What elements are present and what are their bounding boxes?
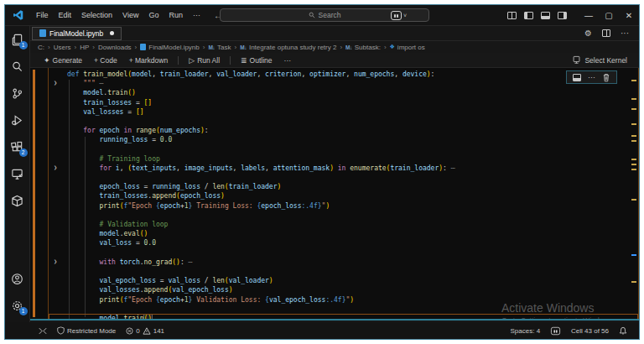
menu-view[interactable]: View	[117, 8, 143, 22]
generate-button[interactable]: ✦ Generate	[39, 55, 87, 66]
copilot-menu[interactable]: ˅	[391, 11, 407, 20]
delete-cell-icon[interactable]	[602, 73, 610, 82]
code-line[interactable]: for epoch in range(num_epochs):	[49, 126, 638, 135]
breadcrumb-item[interactable]: C:	[37, 44, 45, 51]
code-line[interactable]: print(f"Epoch {epoch+1} Training Loss: {…	[49, 201, 638, 211]
select-kernel-button[interactable]: Select Kernel	[572, 55, 627, 65]
menu-run[interactable]: Run	[164, 8, 188, 22]
tab-finalmodel-ipynb[interactable]: FinalModel.ipynb	[32, 27, 122, 40]
spaces-indicator[interactable]: Spaces: 4	[506, 327, 546, 335]
editor-more-actions-icon[interactable]: ···	[621, 29, 629, 38]
code-line[interactable]: train_losses = []	[49, 98, 638, 107]
cell-position-indicator[interactable]: Cell 43 of 56	[566, 327, 614, 335]
breadcrumb-item[interactable]: FinalModel.ipynb	[139, 44, 200, 51]
toggle-secondary-sidebar-icon[interactable]	[558, 12, 567, 19]
restricted-mode-indicator[interactable]: Restricted Mode	[52, 326, 121, 335]
code-line[interactable]: # Validation loop	[49, 220, 638, 229]
breadcrumb-item[interactable]: M↓Task	[207, 44, 231, 51]
code-line[interactable]: def train_model(model, train_loader, val…	[49, 70, 638, 79]
breadcrumb-item[interactable]: M↓Integrate optuna study retry 2	[239, 44, 337, 51]
warning-marker	[631, 140, 636, 142]
menu-file[interactable]: File	[31, 8, 54, 22]
outline-button[interactable]: ≣ Outline	[236, 55, 277, 66]
minimize-button[interactable]: —	[579, 5, 599, 26]
notebook-settings-gear-icon[interactable]: ⚙	[584, 29, 592, 38]
tab-label: FinalModel.ipynb	[49, 29, 103, 38]
toggle-panel-icon[interactable]	[541, 12, 550, 19]
remote-explorer-icon[interactable]	[5, 160, 30, 187]
code-line[interactable]: ❯ with torch.no_grad(): ⋯	[49, 258, 638, 267]
toggle-sidebar-icon[interactable]	[524, 12, 533, 19]
run-all-button[interactable]: ▷ Run All	[184, 55, 225, 66]
package-icon[interactable]	[5, 187, 30, 214]
toolbar-more-button[interactable]: ···	[279, 55, 297, 66]
accounts-icon[interactable]	[5, 265, 30, 292]
menu-edit[interactable]: Edit	[54, 8, 77, 22]
code-area[interactable]: def train_model(model, train_loader, val…	[49, 70, 638, 321]
remote-indicator[interactable]	[34, 327, 52, 335]
editor-tabs: FinalModel.ipynb ⚙ ···	[30, 26, 639, 41]
customize-layout-icon[interactable]	[507, 12, 517, 19]
watermark-subtitle: Go to Settings to activate Windows.	[501, 316, 614, 321]
breadcrumb-label: import os	[397, 44, 425, 51]
code-line[interactable]: val_losses = []	[49, 107, 638, 117]
code-line[interactable]: val_loss = 0.0	[49, 238, 638, 248]
settings-gear-icon[interactable]: 1	[5, 292, 30, 319]
breadcrumb-item[interactable]: HP	[79, 44, 90, 51]
breadcrumb-item[interactable]: ❖import os	[389, 44, 426, 51]
status-bar: Restricted Mode 0 141 Spaces: 4 Cell 43 …	[5, 322, 639, 339]
notifications-bell-icon[interactable]	[614, 326, 632, 335]
menu-selection[interactable]: Selection	[76, 8, 117, 22]
restore-button[interactable]: ▢	[599, 5, 619, 26]
extensions-icon[interactable]: 2	[5, 133, 30, 160]
breadcrumb-item[interactable]: M↓Subtask:	[345, 44, 382, 51]
breadcrumb-separator: ›	[75, 44, 77, 51]
code-line[interactable]: ❯ """ ⋯	[49, 79, 638, 88]
warning-marker	[631, 135, 636, 137]
source-control-icon[interactable]	[5, 80, 30, 107]
sparkle-icon: ✦	[44, 56, 50, 65]
add-code-button[interactable]: + Code	[89, 55, 122, 66]
close-button[interactable]: ✕	[619, 5, 639, 26]
breadcrumb-item[interactable]: Users	[53, 44, 72, 51]
copilot-icon	[391, 11, 402, 20]
vscode-window: FileEditSelectionViewGoRun··· ← → Search…	[4, 4, 640, 340]
split-cell-icon[interactable]	[573, 74, 581, 81]
breadcrumb-item[interactable]: Downloads	[97, 44, 132, 51]
code-line[interactable]: epoch_loss = running_loss / len(train_lo…	[49, 182, 638, 191]
code-line[interactable]: running_loss = 0.0	[49, 135, 638, 144]
code-line[interactable]: model.train()	[49, 88, 638, 97]
problems-indicator[interactable]: 0 141	[121, 327, 169, 335]
code-line[interactable]: val_epoch_loss = val_loss / len(val_load…	[49, 276, 638, 285]
add-markdown-button[interactable]: + Markdown	[124, 55, 174, 66]
code-line[interactable]: # Training loop	[49, 154, 638, 164]
fold-chevron-icon[interactable]: ❯	[54, 258, 57, 267]
menu-[interactable]: ···	[188, 8, 205, 22]
warning-marker	[631, 281, 636, 283]
error-count: 0	[136, 327, 139, 335]
cell-focus-indicator[interactable]	[33, 70, 35, 317]
cell-more-actions-icon[interactable]: ···	[588, 73, 595, 81]
explorer-icon[interactable]: 1	[5, 26, 30, 53]
split-editor-icon[interactable]	[602, 29, 610, 37]
toolbar-more-label: ···	[284, 56, 292, 65]
run-debug-icon[interactable]	[5, 107, 30, 133]
overview-ruler[interactable]	[629, 68, 639, 319]
code-line[interactable]: ❯ for i, (text_inputs, image_inputs, lab…	[49, 164, 638, 173]
code-line[interactable]: model.eval()	[49, 229, 638, 238]
code-line[interactable]	[49, 211, 638, 220]
code-line[interactable]	[49, 173, 638, 182]
menu-go[interactable]: Go	[143, 8, 164, 22]
fold-chevron-icon[interactable]: ❯	[54, 79, 57, 88]
code-line[interactable]: train_losses.append(epoch_loss)	[49, 191, 638, 201]
code-line[interactable]	[49, 267, 638, 276]
code-line[interactable]	[49, 248, 638, 258]
notebook-cell-editor[interactable]: def train_model(model, train_loader, val…	[30, 68, 639, 321]
code-line[interactable]: val_losses.append(val_epoch_loss)	[49, 285, 638, 294]
code-line[interactable]	[49, 117, 638, 126]
search-sidebar-icon[interactable]	[5, 53, 30, 80]
fold-chevron-icon[interactable]: ❯	[54, 164, 57, 173]
code-line[interactable]	[49, 145, 638, 154]
copilot-status[interactable]	[545, 326, 566, 336]
title-bar: FileEditSelectionViewGoRun··· ← → Search…	[5, 5, 639, 26]
